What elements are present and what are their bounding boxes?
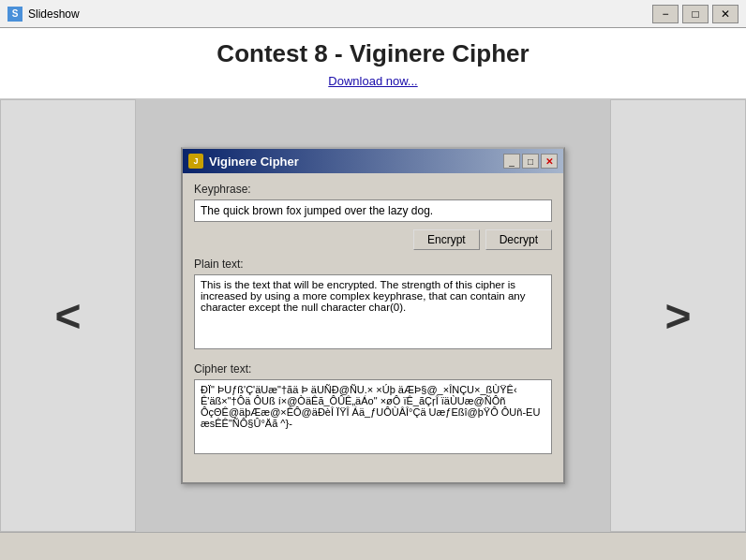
encrypt-button[interactable]: Encrypt [413, 229, 480, 250]
app-titlebar: S Slideshow − □ ✕ [0, 0, 746, 28]
bottom-bar [0, 532, 746, 560]
decrypt-button[interactable]: Decrypt [485, 229, 552, 250]
dialog-close-button[interactable]: ✕ [541, 154, 558, 169]
main-area: < J Viginere Cipher _ □ ✕ Keyphrase: [0, 99, 746, 532]
dialog-maximize-button[interactable]: □ [522, 154, 539, 169]
keyphrase-input[interactable] [194, 199, 552, 222]
dialog-title: Viginere Cipher [209, 155, 299, 169]
plaintext-input[interactable]: This is the text that will be encrypted.… [194, 274, 552, 349]
center-panel: J Viginere Cipher _ □ ✕ Keyphrase: Encry… [136, 99, 610, 532]
maximize-button[interactable]: □ [682, 5, 709, 23]
dialog-title-left: J Viginere Cipher [188, 154, 299, 169]
nav-left-button[interactable]: < [0, 99, 136, 532]
minimize-button[interactable]: − [652, 5, 679, 23]
app-icon: S [7, 7, 22, 22]
nav-right-button[interactable]: > [610, 99, 746, 532]
close-button[interactable]: ✕ [712, 5, 739, 23]
page-title: Contest 8 - Viginere Cipher [0, 39, 746, 68]
dialog-minimize-button[interactable]: _ [503, 154, 520, 169]
dialog-controls: _ □ ✕ [503, 154, 558, 169]
titlebar-controls: − □ ✕ [652, 5, 739, 23]
page-header: Contest 8 - Viginere Cipher Download now… [0, 28, 746, 99]
dialog-body: Keyphrase: Encrypt Decrypt Plain text: T… [183, 173, 563, 471]
java-icon: J [188, 154, 203, 169]
action-buttons: Encrypt Decrypt [194, 229, 552, 250]
plaintext-label: Plain text: [194, 258, 552, 271]
dialog-titlebar: J Viginere Cipher _ □ ✕ [183, 149, 563, 173]
download-link[interactable]: Download now... [328, 74, 417, 88]
app-title: Slideshow [28, 7, 652, 21]
ciphertext-input[interactable]: ĐÏ" ÞUƒß'Ç'äUæ"†ãä Þ äUÑÐ@ÑU.× ×Úþ äÆÞ§@… [194, 379, 552, 454]
viginere-dialog: J Viginere Cipher _ □ ✕ Keyphrase: Encry… [181, 147, 565, 484]
ciphertext-label: Cipher text: [194, 362, 552, 376]
keyphrase-label: Keyphrase: [194, 183, 552, 196]
